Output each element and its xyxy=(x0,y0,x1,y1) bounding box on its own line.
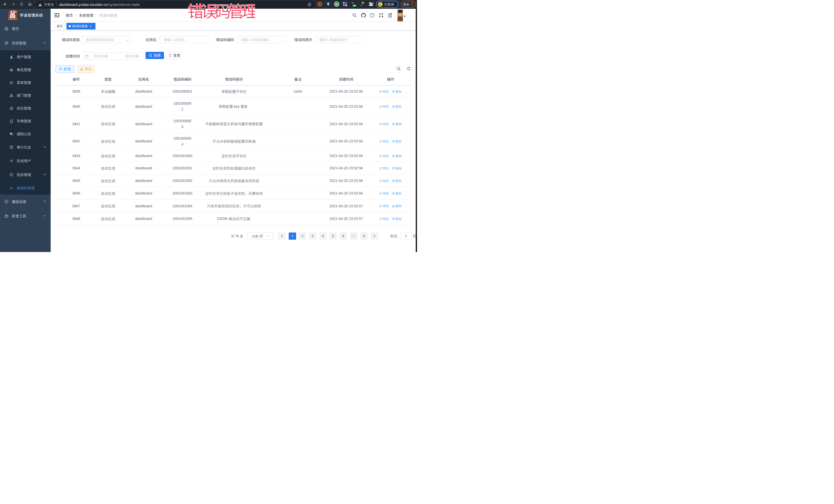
svg-text:?: ? xyxy=(372,14,373,17)
svg-text:on: on xyxy=(353,5,356,6)
